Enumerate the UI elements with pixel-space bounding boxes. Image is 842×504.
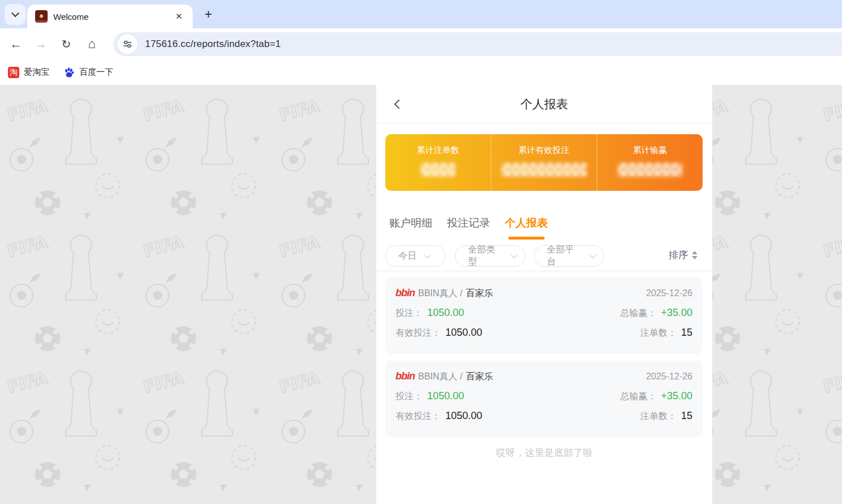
bookmark-taobao[interactable]: 淘 爱淘宝 [8,59,49,85]
count-label: 注单数： [640,411,677,422]
count-label: 注单数： [640,327,677,339]
site-settings-icon[interactable] [118,35,137,54]
forward-icon[interactable]: → [31,28,51,59]
bet-label: 投注： [396,307,423,319]
chevron-down-icon [11,9,19,17]
chevron-down-icon [424,252,431,258]
address-bar[interactable]: 175616.cc/reports/index?tab=1 [113,32,842,56]
tab-title: Welcome [53,12,173,22]
report-record-card[interactable]: bbin BBIN真人 / 百家乐 2025-12-26 投注： 1050.00… [385,361,703,437]
count-value: 15 [681,327,692,339]
record-game: 百家乐 [466,371,493,383]
browser-window: ♠ Welcome ✕ + ← → ↻ ⌂ 175616.cc/reports/… [0,0,842,504]
sort-control[interactable]: 排序 [669,249,698,262]
tab-label: 个人报表 [505,217,548,229]
summary-col-win-loss: 累计输赢 [597,134,703,191]
summary-col-bets-count: 累计注单数 [385,134,491,191]
record-date: 2025-12-26 [646,288,692,298]
browser-toolbar: ← → ↻ ⌂ 175616.cc/reports/index?tab=1 [0,28,842,59]
dropdown-value: 今日 [398,250,416,262]
end-of-list-note: 哎呀，这里是底部了啦 [376,446,712,459]
bet-value: 1050.00 [427,390,464,402]
chevron-down-icon [590,252,596,258]
bookmark-baidu[interactable]: 百度一下 [63,59,113,85]
win-value: +35.00 [661,307,692,319]
win-label: 总输赢： [620,391,656,403]
home-icon[interactable]: ⌂ [82,28,102,59]
divider [376,271,712,271]
summary-label: 累计输赢 [633,145,667,156]
record-game: 百家乐 [466,288,493,300]
platform-filter-dropdown[interactable]: 全部平台 [534,245,604,267]
tab-personal-report[interactable]: 个人报表 [505,206,548,240]
taobao-icon: 淘 [8,67,19,78]
masked-value [420,163,456,177]
dropdown-value: 全部类型 [468,244,503,268]
summary-col-valid-bets: 累计有效投注 [491,134,597,191]
bet-label: 投注： [396,391,423,403]
chevron-down-icon [511,252,517,258]
bet-value: 1050.00 [427,307,464,319]
filter-bar: 今日 全部类型 全部平台 排序 [376,245,712,271]
back-icon[interactable]: ← [6,28,26,59]
tab-account-details[interactable]: 账户明细 [389,206,432,240]
new-tab-button[interactable]: + [201,6,215,23]
bookmark-label: 爱淘宝 [24,67,49,78]
masked-value [501,163,586,177]
report-record-card[interactable]: bbin BBIN真人 / 百家乐 2025-12-26 投注： 1050.00… [385,277,703,354]
tune-icon [122,39,133,49]
browser-tab[interactable]: ♠ Welcome ✕ [27,5,193,28]
type-filter-dropdown[interactable]: 全部类型 [455,245,525,267]
valid-bet-label: 有效投注： [396,411,441,422]
panel-header: 个人报表 [376,85,712,123]
url-text[interactable]: 175616.cc/reports/index?tab=1 [145,39,281,50]
valid-bet-value: 1050.00 [445,410,482,422]
sort-arrows-icon [692,251,698,259]
section-tabs: 账户明细 投注记录 个人报表 [389,206,548,240]
bookmarks-bar: 淘 爱淘宝 百度一下 [0,59,842,85]
summary-label: 累计注单数 [417,145,460,156]
report-panel: 个人报表 累计注单数 累计有效投注 累计输赢 账户明细 投注记录 [376,85,712,504]
record-category: BBIN真人 / [418,288,462,300]
bbin-logo-icon: bbin [396,287,415,299]
active-tab-underline [508,237,545,240]
valid-bet-value: 1050.00 [445,327,482,339]
date-filter-dropdown[interactable]: 今日 [385,245,446,267]
page-title: 个人报表 [376,96,712,112]
sort-label: 排序 [669,249,688,262]
baidu-paw-icon [63,67,75,78]
masked-value [618,163,682,177]
tab-bet-records[interactable]: 投注记录 [447,206,490,240]
page-content: FIFA [0,85,842,504]
tab-strip: ♠ Welcome ✕ + [0,0,842,28]
bookmark-label: 百度一下 [79,67,113,78]
site-favicon-icon: ♠ [35,10,48,23]
tab-close-icon[interactable]: ✕ [173,10,185,23]
summary-card: 累计注单数 累计有效投注 累计输赢 [385,134,703,191]
tab-search-button[interactable] [5,4,25,25]
win-label: 总输赢： [620,307,656,319]
record-date: 2025-12-26 [646,371,692,382]
valid-bet-label: 有效投注： [396,327,441,339]
dropdown-value: 全部平台 [547,244,582,268]
count-value: 15 [681,410,692,422]
summary-label: 累计有效投注 [518,145,569,156]
win-value: +35.00 [661,390,692,402]
record-category: BBIN真人 / [418,371,462,383]
reload-icon[interactable]: ↻ [56,28,76,59]
bbin-logo-icon: bbin [396,370,415,382]
